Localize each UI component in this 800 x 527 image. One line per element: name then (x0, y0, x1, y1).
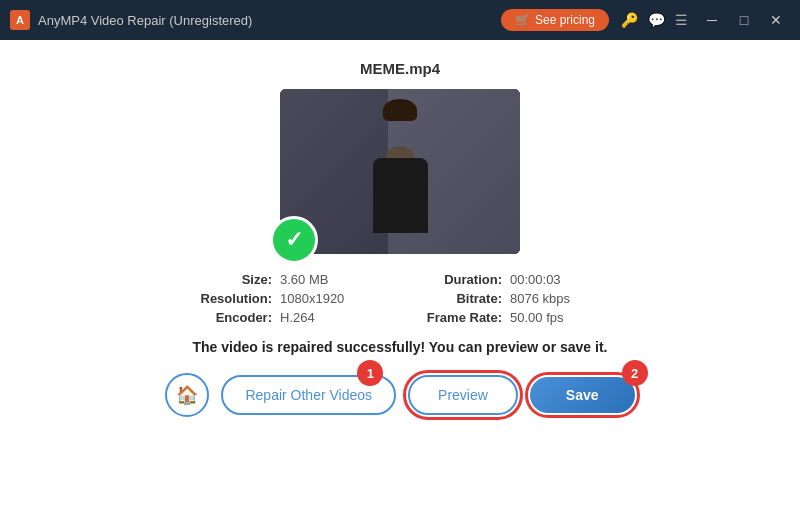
check-badge: ✓ (270, 216, 318, 264)
video-filename: MEME.mp4 (360, 60, 440, 77)
bitrate-label: Bitrate: (400, 291, 510, 306)
video-container: ✓ (280, 89, 520, 254)
maximize-button[interactable]: □ (730, 10, 758, 30)
titlebar-icons: 🔑 💬 ☰ (621, 12, 688, 28)
resolution-value: 1080x1920 (280, 291, 400, 306)
minimize-button[interactable]: ─ (698, 10, 726, 30)
window-controls: ─ □ ✕ (698, 10, 790, 30)
person-silhouette (360, 124, 440, 254)
framerate-label: Frame Rate: (400, 310, 510, 325)
framerate-value: 50.00 fps (510, 310, 630, 325)
duration-value: 00:00:03 (510, 272, 630, 287)
size-value: 3.60 MB (280, 272, 400, 287)
key-icon[interactable]: 🔑 (621, 12, 638, 28)
chat-icon[interactable]: 💬 (648, 12, 665, 28)
cart-icon: 🛒 (515, 13, 530, 27)
menu-icon[interactable]: ☰ (675, 12, 688, 28)
app-logo: A (10, 10, 30, 30)
preview-button[interactable]: Preview (408, 375, 518, 415)
bottom-bar: 🏠 Repair Other Videos Preview Save 1 2 (165, 373, 634, 417)
person-hair (383, 99, 417, 121)
save-button[interactable]: Save (530, 377, 635, 413)
info-table: Size: 3.60 MB Duration: 00:00:03 Resolut… (170, 272, 630, 325)
resolution-label: Resolution: (170, 291, 280, 306)
person-body (373, 158, 428, 233)
video-frame (280, 89, 520, 254)
badge-2: 2 (622, 360, 648, 386)
encoder-label: Encoder: (170, 310, 280, 325)
titlebar: A AnyMP4 Video Repair (Unregistered) 🛒 S… (0, 0, 800, 40)
encoder-value: H.264 (280, 310, 400, 325)
status-message: The video is repaired successfully! You … (193, 339, 608, 355)
home-button[interactable]: 🏠 (165, 373, 209, 417)
video-thumbnail (280, 89, 520, 254)
size-label: Size: (170, 272, 280, 287)
see-pricing-button[interactable]: 🛒 See pricing (501, 9, 609, 31)
app-title: AnyMP4 Video Repair (Unregistered) (38, 13, 501, 28)
main-content: MEME.mp4 ✓ Size: 3.60 MB Duration: 00:00… (0, 40, 800, 527)
duration-label: Duration: (400, 272, 510, 287)
close-button[interactable]: ✕ (762, 10, 790, 30)
bitrate-value: 8076 kbps (510, 291, 630, 306)
